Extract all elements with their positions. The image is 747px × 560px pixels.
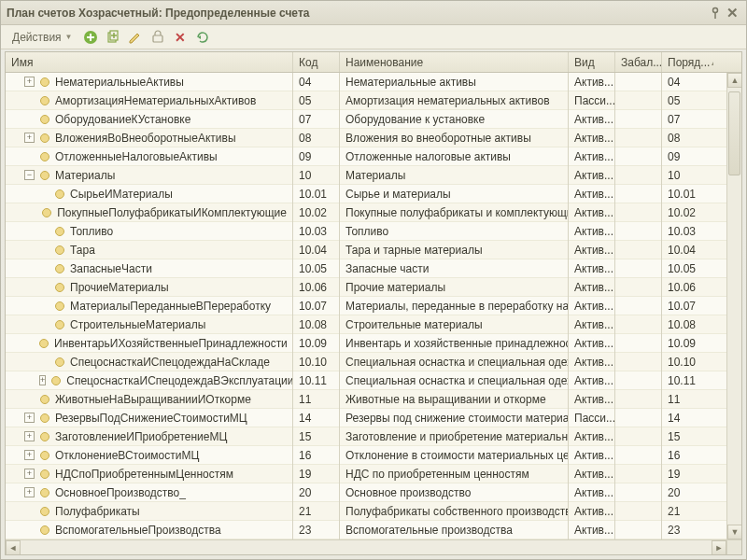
expand-icon[interactable]: +	[24, 77, 35, 87]
row-name: ЖивотныеНаВыращиванииИОткорме	[55, 393, 251, 406]
table-row[interactable]: Полуфабрикаты21Полуфабрикаты собственног…	[6, 502, 741, 521]
table-row[interactable]: +ВложенияВоВнеоборотныеАктивы08Вложения …	[6, 129, 741, 147]
table-row[interactable]: +НематериальныеАктивы04Нематериальные ак…	[6, 73, 741, 91]
set-mark-button[interactable]	[149, 29, 166, 46]
cell-desc: Запасные части	[340, 259, 569, 278]
table-row[interactable]: Тара10.04Тара и тарные материалыАктив...…	[6, 241, 741, 259]
expand-icon[interactable]: +	[39, 375, 46, 385]
cell-code: 10.07	[293, 297, 340, 315]
delete-button[interactable]: ✕	[172, 29, 189, 46]
cell-desc: Материалы, переданные в переработку на с…	[340, 297, 569, 315]
expand-icon[interactable]: +	[24, 487, 35, 497]
scroll-v-thumb[interactable]	[728, 91, 740, 175]
table-row[interactable]: ИнвентарьИХозяйственныеПринадлежности10.…	[6, 334, 741, 353]
add-button[interactable]	[82, 29, 99, 46]
edit-button[interactable]	[127, 29, 144, 46]
col-header-code[interactable]: Код	[293, 52, 340, 72]
col-header-offbalance[interactable]: Забал...	[615, 52, 662, 72]
pin-icon[interactable]	[707, 5, 724, 21]
table-row[interactable]: СтроительныеМатериалы10.08Строительные м…	[6, 315, 741, 334]
cell-off	[615, 185, 662, 203]
cell-off	[615, 427, 662, 446]
scroll-h-track[interactable]	[21, 540, 712, 554]
table-row[interactable]: Топливо10.03ТопливоАктив...10.03	[6, 222, 741, 241]
pencil-icon	[128, 30, 143, 45]
collapse-icon[interactable]: −	[24, 170, 35, 180]
node-icon	[55, 301, 64, 311]
scroll-left-button[interactable]: ◄	[6, 540, 21, 555]
table-row[interactable]: +НДСпоПриобретеннымЦенностям19НДС по при…	[6, 465, 741, 483]
cell-code: 21	[293, 502, 340, 521]
cell-type: Актив...	[569, 259, 615, 278]
table-row[interactable]: +ОтклонениеВСтоимостиМЦ16Отклонение в ст…	[6, 446, 741, 465]
table-row[interactable]: АмортизацияНематериальныхАктивов05Аморти…	[6, 91, 741, 110]
table-row[interactable]: +РезервыПодСнижениеСтоимостиМЦ14Резервы …	[6, 409, 741, 427]
cell-off	[615, 371, 662, 390]
table-row[interactable]: СырьеИМатериалы10.01Сырье и материалыАкт…	[6, 185, 741, 203]
expand-icon[interactable]: +	[24, 469, 35, 479]
cell-type: Актив...	[569, 502, 615, 521]
cell-name: ВспомогательныеПроизводства	[6, 521, 293, 539]
cell-type: Актив...	[569, 521, 615, 539]
cell-type: Актив...	[569, 278, 615, 297]
cell-ord: 10.09	[662, 334, 713, 353]
cell-off	[615, 446, 662, 465]
cell-ord: 14	[662, 409, 713, 427]
row-name: ВспомогательныеПроизводства	[55, 524, 221, 537]
row-name: Тара	[70, 244, 95, 257]
cell-type: Актив...	[569, 390, 615, 409]
cell-name: ИнвентарьИХозяйственныеПринадлежности	[6, 334, 293, 353]
expand-icon[interactable]: +	[24, 450, 35, 460]
cell-desc: Резервы под снижение стоимости материал.…	[340, 409, 569, 427]
col-header-desc[interactable]: Наименование	[340, 52, 569, 72]
cell-ord: 10.11	[662, 371, 713, 390]
table-row[interactable]: ВспомогательныеПроизводства23Вспомогател…	[6, 521, 741, 539]
close-icon[interactable]: ✕	[724, 5, 740, 21]
cell-type: Актив...	[569, 427, 615, 446]
cell-ord: 05	[662, 91, 713, 110]
table-row[interactable]: +ОсновноеПроизводство_20Основное произво…	[6, 483, 741, 502]
table-row[interactable]: +ЗаготовлениеИПриобретениеМЦ15Заготовлен…	[6, 427, 741, 446]
table-row[interactable]: +СпецоснасткаИСпецодеждаВЭксплуатации10.…	[6, 371, 741, 390]
vertical-scrollbar[interactable]: ▲ ▼	[726, 73, 741, 539]
row-name: ПрочиеМатериалы	[70, 281, 169, 294]
add-copy-button[interactable]	[105, 29, 121, 46]
cell-code: 10.05	[293, 259, 340, 278]
table-row[interactable]: ОборудованиеКУстановке07Оборудование к у…	[6, 110, 741, 129]
table-row[interactable]: ПрочиеМатериалы10.06Прочие материалыАкти…	[6, 278, 741, 297]
grid-body: +НематериальныеАктивы04Нематериальные ак…	[6, 73, 741, 554]
cell-desc: НДС по приобретенным ценностям	[340, 465, 569, 483]
cell-type: Актив...	[569, 446, 615, 465]
col-header-name[interactable]: Имя	[6, 52, 293, 72]
cell-off	[615, 483, 662, 502]
table-row[interactable]: ЗапасныеЧасти10.05Запасные частиАктив...…	[6, 259, 741, 278]
table-row[interactable]: ЖивотныеНаВыращиванииИОткорме11Животные …	[6, 390, 741, 409]
row-name: РезервыПодСнижениеСтоимостиМЦ	[55, 412, 247, 425]
table-row[interactable]: ПокупныеПолуфабрикатыИКомплектующие10.02…	[6, 203, 741, 222]
actions-menu-button[interactable]: Действия ▼	[8, 29, 77, 46]
expand-icon[interactable]: +	[24, 431, 35, 441]
table-row[interactable]: МатериалыПереданныеВПереработку10.07Мате…	[6, 297, 741, 315]
cell-type: Актив...	[569, 129, 615, 147]
cell-name: +СпецоснасткаИСпецодеждаВЭксплуатации	[6, 371, 293, 390]
horizontal-scrollbar[interactable]: ◄ ►	[6, 539, 726, 554]
cell-ord: 19	[662, 465, 713, 483]
expand-icon[interactable]: +	[24, 413, 35, 423]
table-row[interactable]: ОтложенныеНалоговыеАктивы09Отложенные на…	[6, 147, 741, 166]
scroll-down-button[interactable]: ▼	[727, 525, 742, 539]
row-name: НематериальныеАктивы	[55, 76, 184, 89]
col-header-order[interactable]: Поряд... ▲	[662, 52, 713, 72]
table-row[interactable]: СпецоснасткаИСпецодеждаНаСкладе10.10Спец…	[6, 353, 741, 371]
scroll-v-track[interactable]	[727, 88, 741, 525]
row-name: Полуфабрикаты	[55, 505, 140, 518]
cell-code: 05	[293, 91, 340, 110]
row-name: Топливо	[70, 225, 113, 238]
scroll-right-button[interactable]: ►	[712, 540, 726, 555]
node-icon	[55, 320, 64, 329]
refresh-button[interactable]	[194, 29, 211, 46]
col-header-type[interactable]: Вид	[569, 52, 615, 72]
expand-icon[interactable]: +	[24, 133, 35, 143]
cell-desc: Оборудование к установке	[340, 110, 569, 129]
table-row[interactable]: −Материалы10МатериалыАктив...10	[6, 166, 741, 185]
scroll-up-button[interactable]: ▲	[727, 73, 742, 88]
